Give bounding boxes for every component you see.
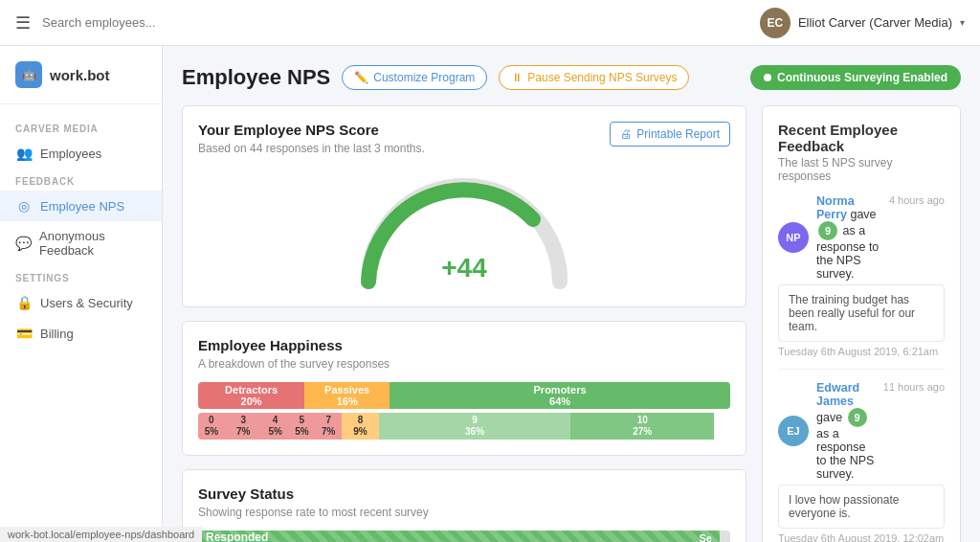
- happiness-subtitle: A breakdown of the survey responses: [198, 357, 730, 371]
- nps-icon: ◎: [15, 198, 33, 214]
- print-label: Printable Report: [636, 127, 720, 141]
- feedback-score-1: 9: [848, 408, 867, 427]
- customize-label: Customize Program: [373, 71, 475, 84]
- promoters-pct: 64%: [534, 395, 587, 407]
- feedback-time-0: 4 hours ago: [889, 194, 945, 206]
- detail-cell-8: 89%: [342, 413, 379, 440]
- search-input[interactable]: [42, 15, 760, 30]
- continuous-label: Continuous Surveying Enabled: [777, 71, 947, 84]
- feedback-avatar-0: NP: [778, 222, 809, 253]
- sidebar-billing-label: Billing: [40, 327, 74, 341]
- feedback-name-0[interactable]: Norma Perry: [816, 194, 855, 221]
- sidebar: 🤖 work.bot CARVER MEDIA 👥 Employees FEED…: [0, 46, 163, 542]
- feedback-name-1[interactable]: Edward James: [816, 381, 859, 408]
- sidebar-item-employees[interactable]: 👥 Employees: [0, 138, 162, 169]
- survey-status-card: Survey Status Showing response rate to m…: [182, 469, 746, 542]
- feedback-item-0: NP Norma Perry gave 9 as a response to t…: [778, 194, 945, 370]
- detail-cell-7: 77%: [315, 413, 342, 440]
- two-col-layout: Your Employee NPS Score Based on 44 resp…: [182, 105, 961, 542]
- nps-card-subtitle: Based on 44 responses in the last 3 mont…: [198, 142, 425, 155]
- segment-bar: Detractors 20% Passives 16%: [198, 382, 730, 409]
- detail-cell-3: 37%: [225, 413, 262, 440]
- continuous-dot: [764, 74, 771, 81]
- print-icon: 🖨: [620, 127, 632, 141]
- layout: 🤖 work.bot CARVER MEDIA 👥 Employees FEED…: [0, 46, 980, 542]
- sidebar-nps-label: Employee NPS: [40, 199, 124, 214]
- main-content: Employee NPS ✏️ Customize Program ⏸ Paus…: [163, 46, 980, 542]
- printable-report-button[interactable]: 🖨 Printable Report: [610, 122, 730, 147]
- avatar: EC: [760, 8, 791, 38]
- promoters-segment: Promoters 64%: [390, 382, 730, 409]
- pause-label: Pause Sending NPS Surveys: [527, 71, 677, 84]
- customize-icon: ✏️: [354, 71, 368, 84]
- feedback-item-1: EJ Edward James gave 9 as a response to …: [778, 381, 945, 542]
- nps-score-card: Your Employee NPS Score Based on 44 resp…: [182, 105, 746, 307]
- continuous-surveying-button[interactable]: Continuous Surveying Enabled: [750, 65, 961, 90]
- detractors-label: Detractors: [225, 384, 278, 395]
- survey-subtitle: Showing response rate to most recent sur…: [198, 506, 730, 519]
- sidebar-item-anonymous-feedback[interactable]: 💬 Anonymous Feedback: [0, 221, 162, 265]
- detail-cell-9: 936%: [379, 413, 570, 440]
- topnav: ☰ EC Elliot Carver (Carver Media) ▾: [0, 0, 980, 46]
- sidebar-org-label: CARVER MEDIA: [0, 116, 162, 138]
- sidebar-feedback-label: FEEDBACK: [0, 169, 162, 191]
- nps-card-title: Your Employee NPS Score: [198, 122, 425, 138]
- customize-program-button[interactable]: ✏️ Customize Program: [342, 65, 487, 90]
- detractors-segment: Detractors 20%: [198, 382, 304, 409]
- pause-icon: ⏸: [511, 71, 523, 84]
- employees-icon: 👥: [15, 146, 33, 161]
- username-label: Elliot Carver (Carver Media): [798, 15, 952, 30]
- users-icon: 🔒: [15, 295, 33, 310]
- menu-icon[interactable]: ☰: [15, 12, 31, 34]
- page-title: Employee NPS: [182, 65, 330, 90]
- feedback-item-header-1: EJ Edward James gave 9 as a response to …: [778, 381, 945, 481]
- feedback-title: Recent Employee Feedback: [778, 122, 945, 154]
- feedback-gave-1: gave: [816, 411, 846, 424]
- logo-text: work.bot: [50, 67, 110, 83]
- survey-bar-inner: Responded98% Se29: [198, 531, 720, 542]
- detail-bar: 05% 37% 45% 55% 77% 89% 936% 1027%: [198, 413, 730, 440]
- pause-surveys-button[interactable]: ⏸ Pause Sending NPS Surveys: [499, 65, 689, 90]
- sidebar-logo: 🤖 work.bot: [0, 61, 162, 104]
- feedback-message-0: The training budget has been really usef…: [778, 284, 945, 342]
- feedback-gave-0: gave: [850, 208, 876, 221]
- user-menu[interactable]: EC Elliot Carver (Carver Media) ▾: [760, 8, 965, 38]
- feedback-avatar-1: EJ: [778, 416, 809, 446]
- nps-card-header: Your Employee NPS Score Based on 44 resp…: [198, 122, 730, 167]
- sidebar-anonymous-label: Anonymous Feedback: [39, 229, 146, 258]
- logo-icon: 🤖: [15, 61, 42, 88]
- sidebar-item-employee-nps[interactable]: ◎ Employee NPS: [0, 191, 162, 221]
- feedback-date-1: Tuesday 6th August 2019, 12:02am: [778, 532, 945, 542]
- right-column: Recent Employee Feedback The last 5 NPS …: [762, 105, 961, 542]
- page-header: Employee NPS ✏️ Customize Program ⏸ Paus…: [182, 65, 961, 90]
- feedback-score-0: 9: [818, 221, 837, 240]
- survey-title: Survey Status: [198, 486, 730, 502]
- promoters-label: Promoters: [534, 384, 587, 395]
- feedback-time-1: 11 hours ago: [883, 381, 945, 393]
- detail-cell-5: 55%: [289, 413, 316, 440]
- survey-bar: Responded98% Se29: [198, 531, 730, 542]
- sidebar-settings-label: SETTINGS: [0, 265, 162, 287]
- sidebar-item-billing[interactable]: 💳 Billing: [0, 318, 162, 349]
- url-bar: work-bot.local/employee-nps/dashboard: [0, 527, 202, 542]
- feedback-subtitle: The last 5 NPS survey responses: [778, 156, 945, 183]
- sidebar-employees-label: Employees: [40, 147, 101, 161]
- detail-cell-10: 1027%: [570, 413, 714, 440]
- feedback-left-1: EJ Edward James gave 9 as a response to …: [778, 381, 876, 481]
- feedback-text-1: Edward James gave 9 as a response to the…: [816, 381, 876, 481]
- sidebar-item-users-security[interactable]: 🔒 Users & Security: [0, 287, 162, 318]
- detractors-pct: 20%: [225, 395, 278, 407]
- feedback-item-header-0: NP Norma Perry gave 9 as a response to t…: [778, 194, 945, 281]
- gauge-svg: +44 -100 100: [349, 167, 579, 291]
- survey-bar-right: Se29: [699, 532, 711, 542]
- happiness-card: Employee Happiness A breakdown of the su…: [182, 321, 746, 456]
- feedback-suffix-1: as a response to the NPS survey.: [816, 427, 874, 481]
- billing-icon: 💳: [15, 326, 33, 341]
- feedback-left-0: NP Norma Perry gave 9 as a response to t…: [778, 194, 881, 281]
- happiness-title: Employee Happiness: [198, 337, 730, 353]
- survey-bar-responded: Responded98%: [206, 531, 268, 542]
- feedback-message-1: I love how passionate everyone is.: [778, 485, 945, 529]
- chevron-down-icon: ▾: [960, 17, 965, 28]
- detail-cell-4: 45%: [262, 413, 289, 440]
- feedback-text-0: Norma Perry gave 9 as a response to the …: [816, 194, 881, 281]
